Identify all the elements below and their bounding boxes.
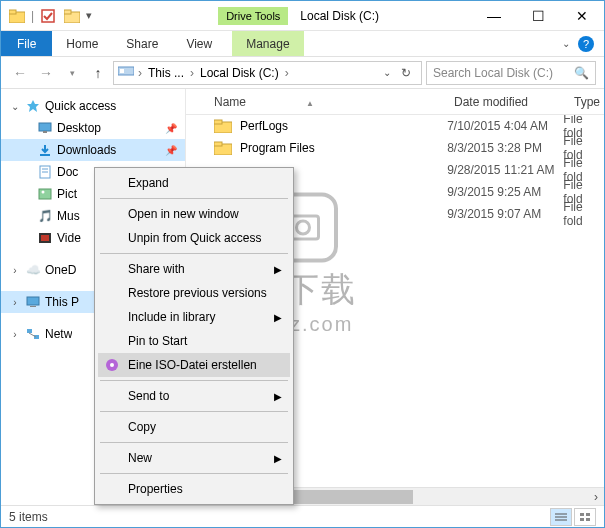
breadcrumb-current[interactable]: Local Disk (C:) (198, 66, 281, 80)
tab-manage[interactable]: Manage (232, 31, 303, 56)
file-name: Program Files (240, 141, 447, 155)
qat-divider: | (31, 9, 34, 23)
sort-indicator-icon: ▲ (306, 99, 314, 108)
nav-label: Desktop (57, 121, 101, 135)
computer-icon (25, 294, 41, 310)
download-icon (37, 142, 53, 158)
svg-rect-2 (42, 10, 54, 22)
iso-icon (104, 357, 120, 373)
column-date[interactable]: Date modified (454, 95, 574, 109)
window-controls: — ☐ ✕ (472, 2, 604, 30)
folder-icon (214, 119, 232, 133)
maximize-button[interactable]: ☐ (516, 2, 560, 30)
nav-forward-button[interactable]: → (35, 62, 57, 84)
breadcrumb-root[interactable]: This ... (146, 66, 186, 80)
cm-separator (100, 473, 288, 474)
address-box[interactable]: › This ... › Local Disk (C:) › ⌄ ↻ (113, 61, 422, 85)
svg-rect-38 (580, 518, 584, 521)
quick-access-toolbar: | ▾ (1, 6, 98, 26)
svg-rect-18 (27, 297, 39, 305)
cm-include-library[interactable]: Include in library▶ (98, 305, 290, 329)
status-bar: 5 items (1, 505, 604, 527)
svg-rect-6 (120, 69, 124, 73)
svg-rect-4 (64, 10, 71, 14)
svg-rect-19 (30, 306, 36, 307)
tab-view[interactable]: View (172, 31, 226, 56)
column-type[interactable]: Type (574, 95, 604, 109)
cm-unpin[interactable]: Unpin from Quick access (98, 226, 290, 250)
file-row[interactable]: PerfLogs7/10/2015 4:04 AMFile fold (186, 115, 604, 137)
qat-overflow-icon[interactable]: ▾ (86, 9, 92, 22)
picture-icon (37, 186, 53, 202)
submenu-arrow-icon: ▶ (274, 312, 282, 323)
cm-new[interactable]: New▶ (98, 446, 290, 470)
details-view-button[interactable] (550, 508, 572, 526)
file-date: 9/3/2015 9:07 AM (447, 207, 563, 221)
cm-expand[interactable]: Expand (98, 171, 290, 195)
ribbon-expand-icon[interactable]: ⌄ (562, 38, 570, 49)
cm-send-to[interactable]: Send to▶ (98, 384, 290, 408)
svg-rect-10 (40, 154, 50, 156)
star-icon (25, 98, 41, 114)
refresh-button[interactable]: ↻ (395, 66, 417, 80)
nav-quick-access[interactable]: ⌄ Quick access (1, 95, 185, 117)
cm-separator (100, 380, 288, 381)
file-name: PerfLogs (240, 119, 447, 133)
nav-back-button[interactable]: ← (9, 62, 31, 84)
addr-dropdown-icon[interactable]: ⌄ (383, 67, 391, 78)
cm-separator (100, 442, 288, 443)
cm-properties[interactable]: Properties (98, 477, 290, 501)
file-row[interactable]: Program Files8/3/2015 3:28 PMFile fold (186, 137, 604, 159)
search-input[interactable]: Search Local Disk (C:) 🔍 (426, 61, 596, 85)
scroll-right-icon[interactable]: › (588, 490, 604, 504)
ribbon-tabs: File Home Share View Manage ⌄ ? (1, 31, 604, 57)
window-title: Local Disk (C:) (300, 9, 379, 23)
nav-label: Downloads (57, 143, 116, 157)
expand-icon[interactable]: › (9, 265, 21, 276)
expand-icon[interactable]: › (9, 329, 21, 340)
tab-file[interactable]: File (1, 31, 52, 56)
nav-recent-icon[interactable]: ▾ (61, 62, 83, 84)
pin-icon: 📌 (165, 145, 177, 156)
expand-icon[interactable]: › (9, 297, 21, 308)
nav-up-button[interactable]: ↑ (87, 62, 109, 84)
folder-small-icon[interactable] (62, 6, 82, 26)
nav-desktop[interactable]: Desktop 📌 (1, 117, 185, 139)
cm-restore-prev[interactable]: Restore previous versions (98, 281, 290, 305)
svg-rect-24 (214, 120, 222, 124)
cm-copy[interactable]: Copy (98, 415, 290, 439)
column-name[interactable]: Name▲ (214, 95, 454, 109)
submenu-arrow-icon: ▶ (274, 391, 282, 402)
checkbox-icon[interactable] (38, 6, 58, 26)
file-type: File fold (563, 200, 604, 228)
addr-sep-icon: › (285, 66, 289, 80)
minimize-button[interactable]: — (472, 2, 516, 30)
cm-pin-start[interactable]: Pin to Start (98, 329, 290, 353)
svg-rect-21 (34, 335, 39, 339)
help-icon[interactable]: ? (578, 36, 594, 52)
svg-point-41 (110, 363, 114, 367)
nav-label: Vide (57, 231, 81, 245)
expand-icon[interactable]: ⌄ (9, 101, 21, 112)
tab-share[interactable]: Share (112, 31, 172, 56)
cm-separator (100, 198, 288, 199)
cm-open-new-window[interactable]: Open in new window (98, 202, 290, 226)
search-icon: 🔍 (574, 66, 589, 80)
thumbnails-view-button[interactable] (574, 508, 596, 526)
cm-separator (100, 253, 288, 254)
nav-downloads[interactable]: Downloads 📌 (1, 139, 185, 161)
cm-share-with[interactable]: Share with▶ (98, 257, 290, 281)
video-icon (37, 230, 53, 246)
ribbon-help: ⌄ ? (562, 31, 604, 56)
close-button[interactable]: ✕ (560, 2, 604, 30)
svg-rect-37 (586, 513, 590, 516)
submenu-arrow-icon: ▶ (274, 453, 282, 464)
drive-tools-tab[interactable]: Drive Tools (218, 7, 288, 25)
cm-iso-create[interactable]: Eine ISO-Datei erstellen (98, 353, 290, 377)
document-icon (37, 164, 53, 180)
svg-rect-20 (27, 329, 32, 333)
folder-icon (214, 141, 232, 155)
cloud-icon: ☁️ (25, 262, 41, 278)
tab-home[interactable]: Home (52, 31, 112, 56)
svg-rect-17 (41, 235, 49, 241)
